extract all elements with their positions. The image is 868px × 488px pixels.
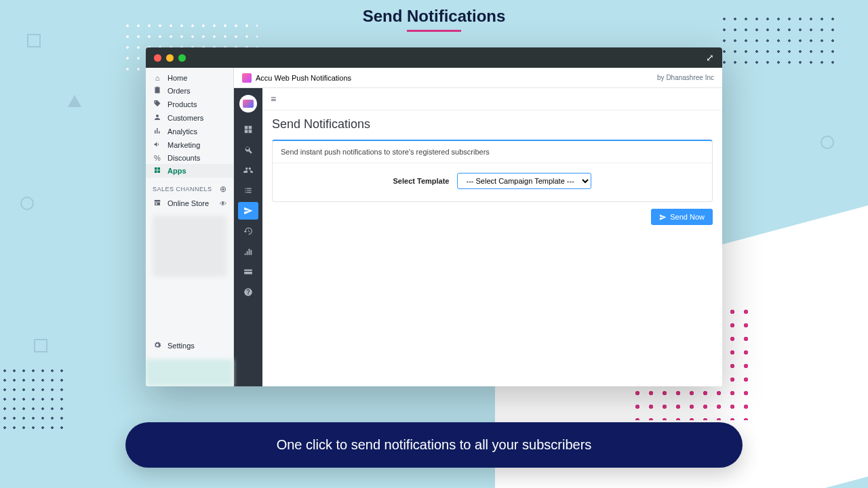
sidebar-item-label: Discounts	[167, 154, 200, 162]
sidebar-item-orders[interactable]: Orders	[146, 84, 233, 98]
sidebar-item-label: Analytics	[167, 127, 197, 136]
deco-triangle	[68, 95, 81, 107]
main-content: ≡ Send Notifications Send instant push n…	[262, 88, 722, 386]
sidebar-item-customers[interactable]: Customers	[146, 111, 233, 125]
accu-logo[interactable]	[239, 95, 257, 113]
sidebar-item-label: Products	[167, 100, 197, 108]
rail-tools[interactable]	[238, 141, 258, 159]
sidebar-item-label: Settings	[167, 342, 195, 350]
dots-pattern-bottom-left	[0, 366, 68, 434]
sidebar-item-apps[interactable]: Apps	[146, 164, 233, 178]
window-titlebar: ⤢	[146, 47, 722, 68]
sidebar-item-label: Marketing	[167, 141, 200, 149]
send-button-label: Send Now	[670, 213, 705, 221]
sidebar-item-discounts[interactable]: % Discounts	[146, 152, 233, 164]
maximize-icon[interactable]	[178, 54, 186, 62]
rail-dashboard[interactable]	[238, 121, 258, 138]
blurred-content	[153, 216, 226, 277]
sidebar-item-products[interactable]: Products	[146, 98, 233, 111]
rail-list[interactable]	[238, 182, 258, 199]
user-icon	[153, 113, 162, 123]
app-chrome: Accu Web Push Notifications by Dhanashre…	[234, 68, 722, 386]
minimize-icon[interactable]	[166, 54, 174, 62]
tag-icon	[153, 100, 162, 109]
eye-icon[interactable]: 👁	[220, 200, 226, 207]
sidebar-section-header: SALES CHANNELS ⊕	[146, 178, 233, 197]
rail-subscribers[interactable]	[238, 161, 258, 179]
app-byline: by Dhanashree Inc	[657, 74, 714, 81]
page-title: Send Notifications	[0, 0, 868, 32]
sidebar-item-marketing[interactable]: Marketing	[146, 138, 233, 152]
app-logo-icon	[242, 73, 252, 83]
close-icon[interactable]	[154, 54, 161, 62]
deco-circle	[821, 136, 834, 149]
deco-square	[34, 339, 47, 352]
blurred-content	[146, 359, 233, 386]
store-icon	[153, 199, 162, 208]
sidebar-item-label: Apps	[167, 167, 186, 175]
sidebar-item-analytics[interactable]: Analytics	[146, 125, 233, 138]
hamburger-icon[interactable]: ≡	[262, 88, 722, 110]
sidebar-item-label: Customers	[167, 114, 203, 122]
deco-circle	[20, 197, 34, 210]
app-title: Accu Web Push Notifications	[256, 74, 351, 82]
megaphone-icon	[153, 140, 162, 150]
bottom-caption: One click to send notifications to all y…	[125, 422, 743, 468]
apps-icon	[153, 166, 162, 176]
percent-icon: %	[153, 154, 162, 162]
notification-card: Send instant push notifications to store…	[272, 140, 713, 202]
rail-send[interactable]	[238, 202, 258, 220]
sidebar-item-online-store[interactable]: Online Store 👁	[146, 197, 233, 210]
home-icon: ⌂	[153, 74, 162, 82]
send-icon	[659, 214, 667, 221]
content-heading: Send Notifications	[272, 117, 713, 131]
bar-chart-icon	[153, 127, 162, 136]
add-channel-icon[interactable]: ⊕	[220, 184, 227, 194]
expand-icon[interactable]: ⤢	[706, 52, 714, 63]
deco-square	[27, 34, 41, 47]
orders-icon	[153, 86, 162, 96]
card-description: Send instant push notifications to store…	[273, 141, 712, 163]
shop-sidebar: ⌂ Home Orders Products Customers	[146, 68, 234, 386]
rail-history[interactable]	[238, 222, 258, 240]
send-now-button[interactable]: Send Now	[651, 209, 713, 225]
rail-reports[interactable]	[238, 243, 258, 260]
app-header: Accu Web Push Notifications by Dhanashre…	[234, 68, 722, 88]
template-select[interactable]: --- Select Campaign Template ---	[457, 173, 591, 189]
section-label: SALES CHANNELS	[153, 186, 212, 192]
sidebar-item-label: Orders	[167, 87, 191, 95]
sidebar-item-home[interactable]: ⌂ Home	[146, 72, 233, 84]
sidebar-item-label: Home	[167, 74, 187, 82]
rail-billing[interactable]	[238, 263, 258, 281]
gear-icon	[153, 341, 162, 350]
app-icon-rail	[234, 88, 262, 386]
card-form: Select Template --- Select Campaign Temp…	[273, 163, 712, 201]
rail-help[interactable]	[238, 283, 258, 301]
sidebar-item-settings[interactable]: Settings	[146, 339, 233, 352]
browser-window: ⤢ ⌂ Home Orders Products	[146, 47, 722, 386]
sidebar-item-label: Online Store	[167, 199, 209, 207]
select-template-label: Select Template	[393, 177, 450, 185]
